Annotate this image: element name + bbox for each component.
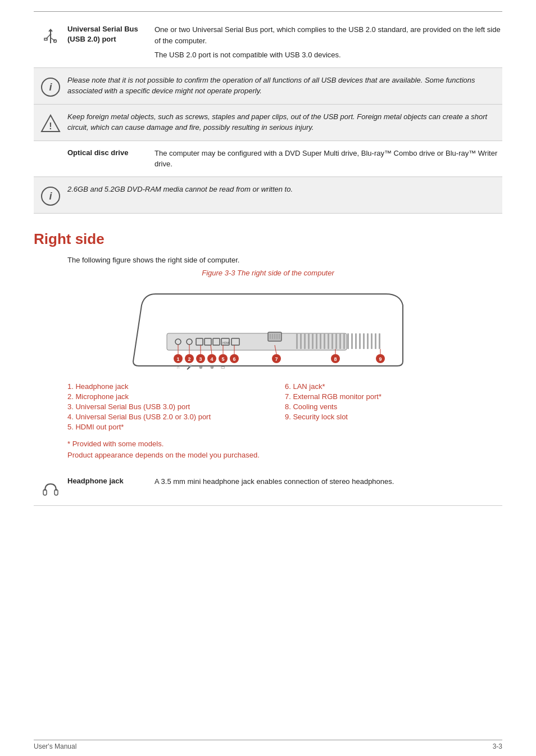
- svg-text:5: 5: [221, 356, 224, 362]
- svg-rect-42: [351, 333, 353, 349]
- svg-text:∩: ∩: [176, 365, 179, 369]
- component-list: 1. Headphone jack 2. Microphone jack 3. …: [67, 382, 502, 433]
- headphone-icon-cell: [34, 476, 67, 499]
- svg-rect-32: [312, 333, 314, 349]
- svg-text:8: 8: [334, 356, 337, 362]
- right-side-title: Right side: [34, 230, 502, 248]
- warning-icon-cell: !: [34, 111, 67, 134]
- note-usb-compat: i Please note that it is not possible to…: [34, 68, 502, 105]
- usb-label: Universal Serial Bus (USB 2.0) port: [67, 24, 155, 44]
- svg-text:9: 9: [379, 356, 381, 362]
- svg-text:6: 6: [233, 356, 235, 362]
- headphone-description: A 3.5 mm mini headphone jack enables con…: [155, 476, 502, 487]
- section-intro: The following figure shows the right sid…: [67, 256, 502, 264]
- dvd-note-text: 2.6GB and 5.2GB DVD-RAM media cannot be …: [67, 184, 502, 195]
- footnote-1: * Provided with some models.: [67, 438, 502, 450]
- footnotes: * Provided with some models. Product app…: [67, 438, 502, 462]
- svg-text:7: 7: [275, 356, 278, 362]
- svg-rect-33: [316, 333, 317, 349]
- component-list-right: 6. LAN jack* 7. External RGB monitor por…: [285, 382, 502, 421]
- svg-point-6: [50, 34, 52, 35]
- svg-text:i: i: [49, 191, 52, 202]
- svg-rect-49: [379, 333, 380, 349]
- usb-icon-cell: [34, 24, 67, 47]
- svg-rect-48: [375, 333, 376, 349]
- svg-text:i: i: [49, 82, 52, 93]
- svg-rect-37: [331, 333, 333, 349]
- figure-caption: Figure 3-3 The right side of the compute…: [34, 269, 502, 277]
- svg-text:🎤: 🎤: [187, 364, 192, 370]
- page: Universal Serial Bus (USB 2.0) port One …: [0, 0, 536, 756]
- info-icon-cell-1: i: [34, 75, 67, 97]
- svg-marker-1: [48, 29, 53, 31]
- computer-diagram-container: HDMI: [34, 283, 502, 374]
- svg-text:⊕: ⊕: [210, 365, 214, 370]
- note-usb-compat-text: Please note that it is not possible to c…: [67, 75, 502, 97]
- svg-rect-44: [359, 333, 361, 349]
- component-item-4: 4. Universal Serial Bus (USB 2.0 or 3.0)…: [67, 413, 285, 421]
- optical-description: The computer may be configured with a DV…: [155, 148, 502, 170]
- component-item-1: 1. Headphone jack: [67, 382, 285, 391]
- info-icon-2: i: [40, 186, 61, 206]
- svg-rect-38: [335, 333, 337, 349]
- info-icon-1: i: [40, 77, 61, 97]
- svg-rect-28: [296, 333, 298, 349]
- footnote-2: Product appearance depends on the model …: [67, 450, 502, 461]
- svg-rect-46: [367, 333, 369, 349]
- svg-rect-39: [339, 333, 341, 349]
- footer-right: 3-3: [493, 743, 502, 750]
- dvd-note: i 2.6GB and 5.2GB DVD-RAM media cannot b…: [34, 177, 502, 214]
- svg-rect-31: [308, 333, 310, 349]
- svg-rect-35: [324, 333, 325, 349]
- optical-label: Optical disc drive: [67, 148, 155, 158]
- component-col-right: 6. LAN jack* 7. External RGB monitor por…: [285, 382, 502, 433]
- svg-rect-45: [363, 333, 365, 349]
- optical-row: Optical disc drive The computer may be c…: [34, 141, 502, 177]
- headphone-label: Headphone jack: [67, 476, 155, 486]
- info-icon-cell-2: i: [34, 184, 67, 206]
- footer: User's Manual 3-3: [34, 740, 502, 750]
- svg-rect-30: [304, 333, 306, 349]
- optical-icon-cell: [34, 148, 67, 150]
- footer-left: User's Manual: [34, 743, 76, 750]
- component-item-7: 7. External RGB monitor port*: [285, 392, 502, 401]
- usb-row: Universal Serial Bus (USB 2.0) port One …: [34, 17, 502, 68]
- svg-text:⊕: ⊕: [199, 365, 203, 370]
- usb-desc-2: The USB 2.0 port is not compatible with …: [155, 49, 502, 61]
- note-usb-warning: ! Keep foreign metal objects, such as sc…: [34, 105, 502, 141]
- usb-description: One or two Universal Serial Bus port, wh…: [155, 24, 502, 61]
- component-item-5: 5. HDMI out port*: [67, 423, 285, 431]
- svg-rect-34: [320, 333, 321, 349]
- headphone-icon: [40, 478, 61, 499]
- svg-rect-43: [355, 333, 357, 349]
- usb-desc-1: One or two Universal Serial Bus port, wh…: [155, 24, 502, 46]
- svg-rect-40: [343, 333, 345, 349]
- warning-icon: !: [40, 114, 61, 134]
- computer-diagram: HDMI: [111, 283, 425, 373]
- svg-text:▭: ▭: [221, 365, 225, 370]
- component-col-left: 1. Headphone jack 2. Microphone jack 3. …: [67, 382, 285, 433]
- svg-rect-47: [371, 333, 373, 349]
- svg-text:!: !: [49, 121, 52, 131]
- headphone-row: Headphone jack A 3.5 mm mini headphone j…: [34, 469, 502, 506]
- svg-rect-36: [328, 333, 329, 349]
- component-list-left: 1. Headphone jack 2. Microphone jack 3. …: [67, 382, 285, 431]
- component-item-8: 8. Cooling vents: [285, 402, 502, 411]
- svg-rect-29: [300, 333, 302, 349]
- usb-label-text: Universal Serial Bus (USB 2.0) port: [67, 25, 138, 43]
- svg-text:3: 3: [199, 356, 202, 362]
- component-item-6: 6. LAN jack*: [285, 382, 502, 391]
- svg-rect-3: [44, 38, 47, 40]
- component-item-3: 3. Universal Serial Bus (USB 3.0) port: [67, 402, 285, 411]
- svg-text:1: 1: [176, 356, 179, 362]
- component-item-2: 2. Microphone jack: [67, 392, 285, 401]
- svg-text:4: 4: [210, 356, 213, 362]
- usb-icon: [40, 26, 61, 47]
- svg-text:2: 2: [188, 356, 190, 362]
- top-divider: [34, 11, 502, 12]
- svg-rect-41: [347, 333, 349, 349]
- svg-text:HDMI: HDMI: [222, 341, 230, 345]
- component-item-9: 9. Security lock slot: [285, 413, 502, 421]
- note-usb-warning-text: Keep foreign metal objects, such as scre…: [67, 111, 502, 133]
